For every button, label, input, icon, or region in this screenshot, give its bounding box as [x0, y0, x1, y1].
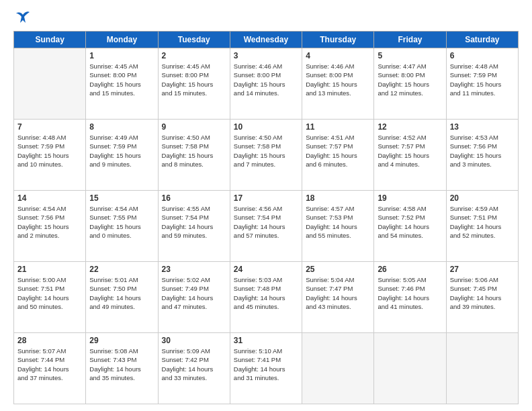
logo-text [13, 11, 31, 24]
calendar: SundayMondayTuesdayWednesdayThursdayFrid… [13, 31, 519, 404]
day-number: 22 [89, 265, 154, 274]
day-info: Sunrise: 4:50 AM Sunset: 7:58 PM Dayligh… [234, 133, 298, 169]
calendar-week-1: 1Sunrise: 4:45 AM Sunset: 8:00 PM Daylig… [14, 48, 519, 120]
day-number: 7 [17, 122, 82, 132]
day-number: 11 [306, 122, 370, 132]
day-info: Sunrise: 4:45 AM Sunset: 8:00 PM Dayligh… [89, 62, 154, 97]
calendar-cell: 4Sunrise: 4:46 AM Sunset: 8:00 PM Daylig… [302, 48, 374, 120]
calendar-cell: 21Sunrise: 5:00 AM Sunset: 7:51 PM Dayli… [14, 262, 86, 333]
day-number: 29 [89, 336, 154, 345]
calendar-cell: 11Sunrise: 4:51 AM Sunset: 7:57 PM Dayli… [302, 120, 374, 191]
day-number: 13 [450, 122, 515, 132]
day-number: 10 [234, 122, 298, 132]
day-number: 14 [17, 193, 82, 203]
calendar-cell: 13Sunrise: 4:53 AM Sunset: 7:56 PM Dayli… [446, 120, 518, 191]
day-number: 2 [162, 51, 226, 60]
calendar-cell: 2Sunrise: 4:45 AM Sunset: 8:00 PM Daylig… [158, 48, 230, 120]
day-info: Sunrise: 5:02 AM Sunset: 7:49 PM Dayligh… [162, 275, 226, 311]
calendar-cell: 25Sunrise: 5:04 AM Sunset: 7:47 PM Dayli… [302, 262, 374, 333]
day-info: Sunrise: 4:54 AM Sunset: 7:55 PM Dayligh… [89, 204, 154, 240]
calendar-header-row: SundayMondayTuesdayWednesdayThursdayFrid… [14, 32, 519, 48]
day-number: 18 [306, 193, 370, 203]
day-info: Sunrise: 5:03 AM Sunset: 7:48 PM Dayligh… [234, 275, 298, 311]
calendar-header-friday: Friday [374, 32, 446, 48]
day-info: Sunrise: 5:01 AM Sunset: 7:50 PM Dayligh… [89, 275, 154, 311]
logo-bird-icon [15, 11, 31, 24]
calendar-cell: 5Sunrise: 4:47 AM Sunset: 8:00 PM Daylig… [374, 48, 446, 120]
day-info: Sunrise: 5:00 AM Sunset: 7:51 PM Dayligh… [17, 275, 82, 311]
day-info: Sunrise: 5:10 AM Sunset: 7:41 PM Dayligh… [234, 347, 298, 382]
calendar-header-tuesday: Tuesday [158, 32, 230, 48]
day-number: 15 [89, 193, 154, 203]
calendar-cell: 8Sunrise: 4:49 AM Sunset: 7:59 PM Daylig… [86, 120, 158, 191]
header [13, 11, 519, 24]
calendar-cell: 14Sunrise: 4:54 AM Sunset: 7:56 PM Dayli… [14, 191, 86, 262]
day-number: 20 [450, 193, 515, 203]
calendar-cell: 29Sunrise: 5:08 AM Sunset: 7:43 PM Dayli… [86, 333, 158, 404]
day-number: 21 [17, 265, 82, 274]
calendar-week-4: 21Sunrise: 5:00 AM Sunset: 7:51 PM Dayli… [14, 262, 519, 333]
day-info: Sunrise: 5:05 AM Sunset: 7:46 PM Dayligh… [378, 275, 442, 311]
day-number: 24 [234, 265, 298, 274]
day-info: Sunrise: 4:49 AM Sunset: 7:59 PM Dayligh… [89, 133, 154, 169]
calendar-cell: 17Sunrise: 4:56 AM Sunset: 7:54 PM Dayli… [230, 191, 302, 262]
day-info: Sunrise: 4:58 AM Sunset: 7:52 PM Dayligh… [378, 204, 442, 240]
day-info: Sunrise: 5:07 AM Sunset: 7:44 PM Dayligh… [17, 347, 82, 382]
calendar-cell: 28Sunrise: 5:07 AM Sunset: 7:44 PM Dayli… [14, 333, 86, 404]
calendar-cell: 22Sunrise: 5:01 AM Sunset: 7:50 PM Dayli… [86, 262, 158, 333]
day-number: 19 [378, 193, 442, 203]
calendar-cell: 6Sunrise: 4:48 AM Sunset: 7:59 PM Daylig… [446, 48, 518, 120]
day-info: Sunrise: 4:48 AM Sunset: 7:59 PM Dayligh… [17, 133, 82, 169]
calendar-header-sunday: Sunday [14, 32, 86, 48]
day-info: Sunrise: 5:06 AM Sunset: 7:45 PM Dayligh… [450, 275, 515, 311]
day-info: Sunrise: 4:53 AM Sunset: 7:56 PM Dayligh… [450, 133, 515, 169]
day-number: 27 [450, 265, 515, 274]
day-number: 6 [450, 51, 515, 60]
calendar-cell: 10Sunrise: 4:50 AM Sunset: 7:58 PM Dayli… [230, 120, 302, 191]
calendar-cell: 7Sunrise: 4:48 AM Sunset: 7:59 PM Daylig… [14, 120, 86, 191]
day-number: 17 [234, 193, 298, 203]
calendar-header-wednesday: Wednesday [230, 32, 302, 48]
day-number: 9 [162, 122, 226, 132]
day-number: 1 [89, 51, 154, 60]
calendar-cell: 12Sunrise: 4:52 AM Sunset: 7:57 PM Dayli… [374, 120, 446, 191]
calendar-cell: 1Sunrise: 4:45 AM Sunset: 8:00 PM Daylig… [86, 48, 158, 120]
day-info: Sunrise: 5:09 AM Sunset: 7:42 PM Dayligh… [162, 347, 226, 382]
day-number: 8 [89, 122, 154, 132]
day-info: Sunrise: 4:56 AM Sunset: 7:54 PM Dayligh… [234, 204, 298, 240]
day-info: Sunrise: 5:08 AM Sunset: 7:43 PM Dayligh… [89, 347, 154, 382]
day-info: Sunrise: 4:48 AM Sunset: 7:59 PM Dayligh… [450, 62, 515, 97]
calendar-cell: 3Sunrise: 4:46 AM Sunset: 8:00 PM Daylig… [230, 48, 302, 120]
calendar-cell: 27Sunrise: 5:06 AM Sunset: 7:45 PM Dayli… [446, 262, 518, 333]
calendar-week-5: 28Sunrise: 5:07 AM Sunset: 7:44 PM Dayli… [14, 333, 519, 404]
calendar-cell [374, 333, 446, 404]
calendar-cell: 18Sunrise: 4:57 AM Sunset: 7:53 PM Dayli… [302, 191, 374, 262]
day-number: 28 [17, 336, 82, 345]
day-number: 26 [378, 265, 442, 274]
calendar-header-thursday: Thursday [302, 32, 374, 48]
calendar-cell: 9Sunrise: 4:50 AM Sunset: 7:58 PM Daylig… [158, 120, 230, 191]
day-info: Sunrise: 4:46 AM Sunset: 8:00 PM Dayligh… [306, 62, 370, 97]
calendar-cell: 20Sunrise: 4:59 AM Sunset: 7:51 PM Dayli… [446, 191, 518, 262]
calendar-cell: 19Sunrise: 4:58 AM Sunset: 7:52 PM Dayli… [374, 191, 446, 262]
calendar-cell: 16Sunrise: 4:55 AM Sunset: 7:54 PM Dayli… [158, 191, 230, 262]
calendar-week-2: 7Sunrise: 4:48 AM Sunset: 7:59 PM Daylig… [14, 120, 519, 191]
calendar-cell [14, 48, 86, 120]
day-info: Sunrise: 5:04 AM Sunset: 7:47 PM Dayligh… [306, 275, 370, 311]
day-info: Sunrise: 4:46 AM Sunset: 8:00 PM Dayligh… [234, 62, 298, 97]
day-number: 25 [306, 265, 370, 274]
day-number: 30 [162, 336, 226, 345]
day-number: 4 [306, 51, 370, 60]
day-number: 5 [378, 51, 442, 60]
day-number: 3 [234, 51, 298, 60]
calendar-cell: 30Sunrise: 5:09 AM Sunset: 7:42 PM Dayli… [158, 333, 230, 404]
day-info: Sunrise: 4:50 AM Sunset: 7:58 PM Dayligh… [162, 133, 226, 169]
calendar-cell: 31Sunrise: 5:10 AM Sunset: 7:41 PM Dayli… [230, 333, 302, 404]
day-info: Sunrise: 4:54 AM Sunset: 7:56 PM Dayligh… [17, 204, 82, 240]
day-number: 12 [378, 122, 442, 132]
day-info: Sunrise: 4:52 AM Sunset: 7:57 PM Dayligh… [378, 133, 442, 169]
calendar-header-monday: Monday [86, 32, 158, 48]
day-info: Sunrise: 4:45 AM Sunset: 8:00 PM Dayligh… [162, 62, 226, 97]
calendar-week-3: 14Sunrise: 4:54 AM Sunset: 7:56 PM Dayli… [14, 191, 519, 262]
calendar-cell [446, 333, 518, 404]
